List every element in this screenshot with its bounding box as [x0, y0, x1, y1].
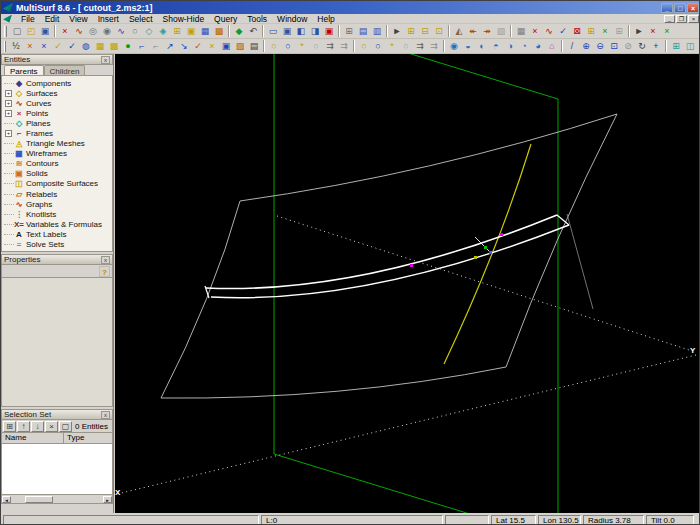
- surface-edge-extra[interactable]: [567, 214, 593, 309]
- insert-surface-u-icon[interactable]: ◇: [142, 25, 156, 38]
- expand-icon[interactable]: +: [5, 251, 12, 252]
- hide-bulb-star-icon[interactable]: *: [385, 40, 399, 53]
- menu-select[interactable]: Select: [124, 14, 158, 24]
- insert-snake-icon[interactable]: ∿: [114, 25, 128, 38]
- tree-item-points[interactable]: +×Points: [4, 108, 112, 118]
- show-back-icon[interactable]: ⇉: [337, 40, 351, 53]
- mdi-document-icon[interactable]: [3, 15, 12, 23]
- view-single-icon[interactable]: ▭: [266, 25, 280, 38]
- half-divide-icon[interactable]: ½: [9, 40, 23, 53]
- insert-ring-icon[interactable]: ◉: [100, 25, 114, 38]
- node-green-icon[interactable]: ×: [598, 25, 612, 38]
- insert-magnet-icon[interactable]: ◎: [86, 25, 100, 38]
- eye-top-icon[interactable]: ◓: [489, 40, 503, 53]
- zoom-window-icon[interactable]: ⊡: [607, 40, 621, 53]
- scroll-right-icon[interactable]: ▸: [103, 496, 112, 503]
- tree-item-wireframes[interactable]: ▦Wireframes: [4, 149, 112, 159]
- entities-close-icon[interactable]: x: [101, 56, 110, 64]
- selection-set-list[interactable]: [1, 444, 113, 495]
- arrow-right-icon[interactable]: ↠: [480, 25, 494, 38]
- copy-2-icon[interactable]: ◫: [683, 40, 697, 53]
- check-blue-icon[interactable]: ✓: [65, 40, 79, 53]
- tab-parents[interactable]: Parents: [4, 65, 44, 75]
- tile-windows-icon[interactable]: ⊞: [170, 25, 184, 38]
- node-red-icon[interactable]: ×: [528, 25, 542, 38]
- menu-insert[interactable]: Insert: [93, 14, 124, 24]
- surface-patch[interactable]: [161, 114, 617, 398]
- eye-front-icon[interactable]: ◉: [447, 40, 461, 53]
- move-up-icon[interactable]: ↑: [17, 421, 30, 432]
- tree-item-triangle-meshes[interactable]: ◬Triangle Meshes: [4, 139, 112, 149]
- remove-item-icon[interactable]: ×: [45, 421, 58, 432]
- tree-item-composite-surfaces[interactable]: ◫Composite Surfaces: [4, 179, 112, 189]
- tree-item-text-labels[interactable]: AText Labels: [4, 229, 112, 239]
- tab-children[interactable]: Children: [44, 65, 86, 75]
- panel-red-icon[interactable]: ▨: [233, 40, 247, 53]
- expand-icon[interactable]: +: [5, 130, 12, 137]
- node-check-icon[interactable]: ✓: [556, 25, 570, 38]
- arrow-left-icon[interactable]: ↞: [466, 25, 480, 38]
- show-bulb-on-icon[interactable]: ○: [267, 40, 281, 53]
- pick-green-icon[interactable]: ×: [660, 25, 674, 38]
- show-bulb-off-icon[interactable]: ○: [309, 40, 323, 53]
- insert-curve-icon[interactable]: ∿: [72, 25, 86, 38]
- grid-yellow-2-icon[interactable]: ▩: [107, 40, 121, 53]
- view-active-icon[interactable]: ▣: [322, 25, 336, 38]
- pan-view-icon[interactable]: +: [649, 40, 663, 53]
- mesh-grid-icon[interactable]: ▦: [514, 25, 528, 38]
- pick-red-icon[interactable]: ×: [646, 25, 660, 38]
- view-quad-icon[interactable]: ▣: [280, 25, 294, 38]
- arrow-se-icon[interactable]: ↘: [177, 40, 191, 53]
- zoom-pen-icon[interactable]: /: [565, 40, 579, 53]
- menu-tools[interactable]: Tools: [242, 14, 272, 24]
- expand-icon[interactable]: +: [5, 100, 12, 107]
- link-views-icon[interactable]: ⊞: [342, 25, 356, 38]
- hide-back-icon[interactable]: ⇉: [427, 40, 441, 53]
- zoom-in-icon[interactable]: ⊕: [579, 40, 593, 53]
- cutout-curve-selected[interactable]: [205, 215, 569, 298]
- point-blue-icon[interactable]: ×: [37, 40, 51, 53]
- mdi-close-button[interactable]: ×: [688, 15, 699, 23]
- scroll-thumb[interactable]: [25, 496, 53, 503]
- frame-gray-icon[interactable]: ⌐: [149, 40, 163, 53]
- clear-set-icon[interactable]: ▢: [59, 421, 72, 432]
- tree-item-planes[interactable]: ◇Planes: [4, 118, 112, 128]
- grid-remove-icon[interactable]: ⊟: [418, 25, 432, 38]
- globe-icon[interactable]: ◍: [79, 40, 93, 53]
- menu-query[interactable]: Query: [209, 14, 242, 24]
- viewport-3d[interactable]: X Y: [115, 54, 700, 513]
- hide-fwd-icon[interactable]: ⇉: [413, 40, 427, 53]
- menu-view[interactable]: View: [64, 14, 92, 24]
- menu-help[interactable]: Help: [312, 14, 339, 24]
- zoom-out-icon[interactable]: ⊖: [593, 40, 607, 53]
- menu-edit[interactable]: Edit: [40, 14, 65, 24]
- tree-item-relabels[interactable]: ▱Relabels: [4, 189, 112, 199]
- toolbar-grip[interactable]: [4, 41, 6, 52]
- tree-item-contours[interactable]: ≋Contours: [4, 159, 112, 169]
- pick-arrow-icon[interactable]: ►: [632, 25, 646, 38]
- grid-yellow-1-icon[interactable]: ▦: [93, 40, 107, 53]
- help-icon[interactable]: ?: [99, 266, 110, 277]
- view-split-left-icon[interactable]: ◧: [294, 25, 308, 38]
- construction-plane[interactable]: [274, 54, 558, 513]
- hide-bulb-blue-icon[interactable]: ○: [371, 40, 385, 53]
- show-fwd-icon[interactable]: ⇉: [323, 40, 337, 53]
- insert-bead-icon[interactable]: ○: [128, 25, 142, 38]
- orb-green-icon[interactable]: ●: [121, 40, 135, 53]
- hide-bulb-off-icon[interactable]: ○: [399, 40, 413, 53]
- home-view-icon[interactable]: ⌂: [545, 40, 559, 53]
- render-shade-icon[interactable]: ▩: [212, 25, 226, 38]
- eye-iso-icon[interactable]: ◔: [517, 40, 531, 53]
- column-name[interactable]: Name: [2, 433, 64, 443]
- view-split-right-icon[interactable]: ◨: [308, 25, 322, 38]
- arrow-ne-icon[interactable]: ↗: [163, 40, 177, 53]
- tree-item-entity-lists[interactable]: +▤Entity Lists: [4, 250, 112, 252]
- print-icon[interactable]: ▤: [247, 40, 261, 53]
- mdi-minimize-button[interactable]: _: [664, 15, 675, 23]
- properties-close-icon[interactable]: x: [101, 256, 110, 264]
- minimize-button[interactable]: _: [661, 3, 673, 13]
- eye-right-icon[interactable]: ◑: [503, 40, 517, 53]
- tree-item-surfaces[interactable]: +◇Surfaces: [4, 88, 112, 98]
- ghost-mode-icon[interactable]: ▧: [494, 25, 508, 38]
- selection-set-close-icon[interactable]: x: [101, 411, 110, 419]
